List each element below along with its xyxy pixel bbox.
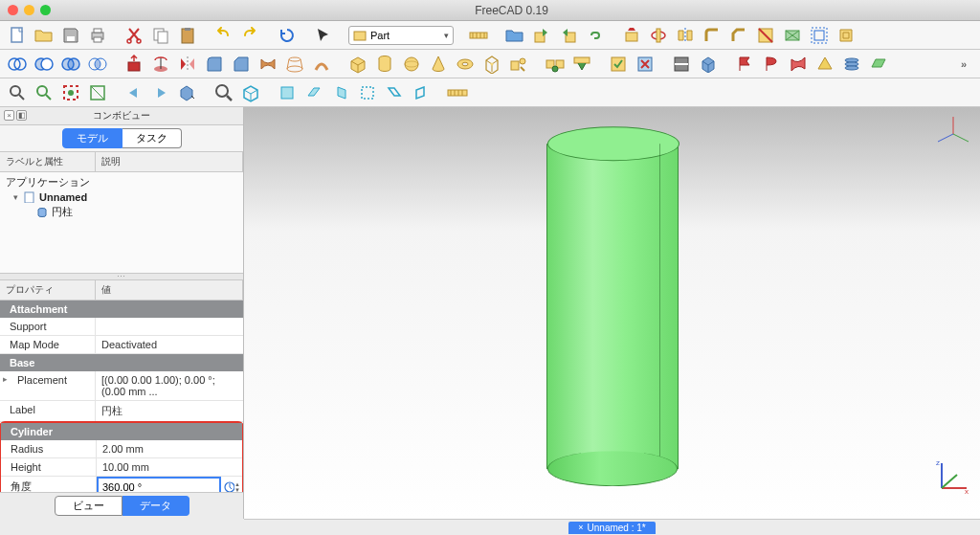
cut-button[interactable] <box>122 24 145 47</box>
zoom-selection-button[interactable] <box>33 81 56 104</box>
right-view-button[interactable] <box>329 81 352 104</box>
box-select-button[interactable] <box>86 81 109 104</box>
part-fillet-button[interactable] <box>701 24 724 47</box>
section-cut-button[interactable] <box>670 53 693 76</box>
measure-distance-button[interactable] <box>446 81 469 104</box>
boolean-intersect-button[interactable] <box>86 53 109 76</box>
prop-placement[interactable]: ▸Placement[(0.00 0.00 1.00); 0.00 °; (0.… <box>0 371 243 401</box>
close-tab-icon[interactable]: × <box>578 523 583 532</box>
new-file-button[interactable] <box>6 24 29 47</box>
prop-support[interactable]: Support <box>0 318 243 336</box>
yellow-surface-button[interactable] <box>813 53 836 76</box>
compound-button[interactable] <box>544 53 567 76</box>
cylinder-primitive-button[interactable] <box>373 53 396 76</box>
measure-button[interactable] <box>467 24 490 47</box>
part-cross-button[interactable] <box>781 24 804 47</box>
ruled-surface-button[interactable] <box>256 53 279 76</box>
part-thickness-button[interactable] <box>835 24 858 47</box>
loft-button[interactable] <box>283 53 306 76</box>
boolean-common-button[interactable] <box>6 53 29 76</box>
sweep-button[interactable] <box>310 53 333 76</box>
red-surface-button[interactable] <box>787 53 810 76</box>
redo-button[interactable] <box>239 24 262 47</box>
prop-height[interactable]: Height10.00 mm <box>1 458 242 477</box>
check-geometry-button[interactable] <box>607 53 630 76</box>
compound-filter-button[interactable] <box>570 53 593 76</box>
group-attachment[interactable]: Attachment <box>0 301 243 318</box>
part-extrude-button[interactable] <box>620 24 643 47</box>
bottom-view-button[interactable] <box>383 81 406 104</box>
nav-forward-button[interactable] <box>149 81 172 104</box>
green-plane-button[interactable] <box>867 53 890 76</box>
shape-builder-button[interactable] <box>507 53 530 76</box>
angle-input[interactable] <box>97 477 221 493</box>
workbench-selector[interactable]: Part <box>348 26 454 45</box>
tree-root[interactable]: アプリケーション <box>4 174 239 190</box>
rear-view-button[interactable] <box>356 81 379 104</box>
sphere-primitive-button[interactable] <box>400 53 423 76</box>
undo-button[interactable] <box>212 24 235 47</box>
extrude-button[interactable] <box>122 53 145 76</box>
part-mirror-button[interactable] <box>674 24 697 47</box>
document-tab[interactable]: × Unnamed : 1* <box>568 522 655 534</box>
part-section-button[interactable] <box>754 24 777 47</box>
color-per-face-button[interactable] <box>697 53 720 76</box>
top-view-button[interactable] <box>302 81 325 104</box>
open-folder-button[interactable] <box>503 24 526 47</box>
cylinder-model[interactable] <box>546 144 679 469</box>
refresh-button[interactable] <box>276 24 299 47</box>
select-all-button[interactable] <box>59 81 82 104</box>
panel-splitter[interactable] <box>0 273 243 280</box>
cone-primitive-button[interactable] <box>427 53 450 76</box>
red-flag-curve-button[interactable] <box>760 53 783 76</box>
torus-primitive-button[interactable] <box>454 53 477 76</box>
mirror-op-button[interactable] <box>176 53 199 76</box>
defeaturing-button[interactable] <box>634 53 657 76</box>
fillet-op-button[interactable] <box>203 53 226 76</box>
3d-viewport[interactable]: zx <box>244 107 980 519</box>
spinner[interactable]: ▲▼ <box>234 481 242 493</box>
nav-cube-axes-icon[interactable] <box>934 115 972 153</box>
part-revolve-button[interactable] <box>647 24 670 47</box>
prop-radius[interactable]: Radius2.00 mm <box>1 440 242 458</box>
view-config-button[interactable] <box>176 81 199 104</box>
minimize-window-icon[interactable] <box>24 5 34 15</box>
prop-label[interactable]: Label円柱 <box>0 401 243 422</box>
model-tree[interactable]: アプリケーション Unnamed 円柱 <box>0 172 243 273</box>
link-button[interactable] <box>584 24 607 47</box>
expand-icon[interactable]: ▸ <box>0 371 8 400</box>
open-file-button[interactable] <box>33 24 56 47</box>
copy-button[interactable] <box>149 24 172 47</box>
panel-close-icon[interactable]: × <box>4 110 14 121</box>
blue-stack-button[interactable] <box>840 53 863 76</box>
prop-angle[interactable]: 角度 ▲▼ <box>1 477 242 493</box>
iso-view-button[interactable] <box>239 81 262 104</box>
chamfer-op-button[interactable] <box>230 53 253 76</box>
tree-item-cylinder[interactable]: 円柱 <box>4 204 239 220</box>
left-view-button[interactable] <box>410 81 433 104</box>
boolean-cut-button[interactable] <box>33 53 56 76</box>
zoom-button[interactable] <box>212 81 235 104</box>
panel-undock-icon[interactable]: ◧ <box>16 110 27 121</box>
group-cylinder[interactable]: Cylinder <box>1 423 242 440</box>
revolve-button[interactable] <box>149 53 172 76</box>
import-button[interactable] <box>557 24 580 47</box>
part-offset-button[interactable] <box>808 24 831 47</box>
prism-primitive-button[interactable] <box>480 53 503 76</box>
pointer-button[interactable] <box>312 24 335 47</box>
tab-view[interactable]: ビュー <box>55 496 122 516</box>
zoom-fit-button[interactable] <box>6 81 29 104</box>
part-chamfer-button[interactable] <box>727 24 750 47</box>
nav-back-button[interactable] <box>122 81 145 104</box>
tab-model[interactable]: モデル <box>62 128 122 148</box>
save-button[interactable] <box>59 24 82 47</box>
print-button[interactable] <box>86 24 109 47</box>
prop-mapmode[interactable]: Map ModeDeactivated <box>0 336 243 354</box>
front-view-button[interactable] <box>276 81 299 104</box>
box-primitive-button[interactable] <box>346 53 369 76</box>
boolean-union-button[interactable] <box>59 53 82 76</box>
paste-button[interactable] <box>176 24 199 47</box>
toolbar-overflow-button[interactable]: » <box>953 58 974 70</box>
tree-document[interactable]: Unnamed <box>4 190 239 204</box>
group-base[interactable]: Base <box>0 354 243 371</box>
